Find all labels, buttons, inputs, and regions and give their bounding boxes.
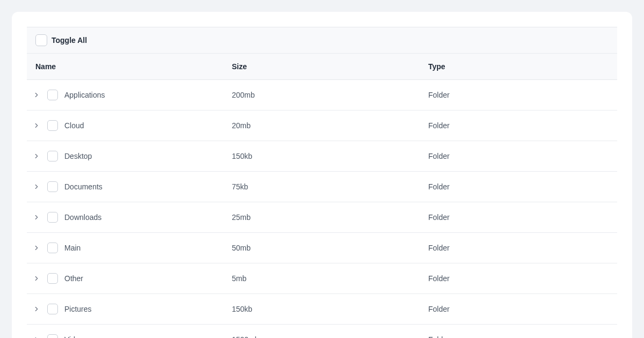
row-type: Folder (428, 244, 609, 252)
row-type: Folder (428, 335, 609, 338)
row-name: Pictures (64, 305, 92, 313)
chevron-right-icon[interactable] (32, 121, 41, 130)
row-name: Documents (64, 182, 103, 191)
row-size: 150kb (232, 305, 428, 313)
row-type: Folder (428, 213, 609, 222)
name-cell: Main (35, 243, 232, 253)
table-row: Main 50mb Folder (27, 233, 617, 263)
row-checkbox[interactable] (47, 273, 58, 284)
row-size: 200mb (232, 91, 428, 99)
row-checkbox[interactable] (47, 181, 58, 192)
column-header-name: Name (35, 62, 232, 71)
name-cell: Documents (35, 181, 232, 192)
table-header-row: Name Size Type (27, 54, 617, 80)
table-row: Cloud 20mb Folder (27, 111, 617, 141)
chevron-right-icon[interactable] (32, 274, 41, 283)
row-size: 75kb (232, 182, 428, 191)
toggle-all-label: Toggle All (52, 36, 87, 45)
chevron-right-icon[interactable] (32, 244, 41, 252)
name-cell: Pictures (35, 304, 232, 314)
row-type: Folder (428, 182, 609, 191)
row-name: Applications (64, 91, 105, 99)
row-checkbox[interactable] (47, 304, 58, 314)
row-type: Folder (428, 152, 609, 160)
table-row: Other 5mb Folder (27, 263, 617, 294)
toggle-all-row: Toggle All (27, 27, 617, 54)
row-name: Other (64, 274, 83, 283)
row-type: Folder (428, 274, 609, 283)
row-size: 1500mb (232, 335, 428, 338)
row-name: Videos (64, 335, 87, 338)
table-row: Applications 200mb Folder (27, 80, 617, 111)
chevron-right-icon[interactable] (32, 152, 41, 160)
row-size: 25mb (232, 213, 428, 222)
name-cell: Downloads (35, 212, 232, 223)
row-size: 5mb (232, 274, 428, 283)
row-name: Desktop (64, 152, 92, 160)
column-header-type: Type (428, 62, 609, 71)
chevron-right-icon[interactable] (32, 91, 41, 99)
row-name: Downloads (64, 213, 101, 222)
toggle-all-checkbox[interactable] (35, 34, 47, 46)
chevron-right-icon[interactable] (32, 182, 41, 191)
table-body: Applications 200mb Folder Cloud 20mb Fol… (27, 80, 617, 338)
row-type: Folder (428, 91, 609, 99)
chevron-right-icon[interactable] (32, 305, 41, 313)
row-type: Folder (428, 305, 609, 313)
name-cell: Other (35, 273, 232, 284)
chevron-right-icon[interactable] (32, 335, 41, 338)
row-checkbox[interactable] (47, 334, 58, 338)
row-checkbox[interactable] (47, 212, 58, 223)
row-type: Folder (428, 121, 609, 130)
name-cell: Desktop (35, 151, 232, 161)
name-cell: Cloud (35, 120, 232, 131)
name-cell: Applications (35, 90, 232, 100)
name-cell: Videos (35, 334, 232, 338)
column-header-size: Size (232, 62, 428, 71)
row-name: Main (64, 244, 80, 252)
row-name: Cloud (64, 121, 84, 130)
row-checkbox[interactable] (47, 151, 58, 161)
table-row: Documents 75kb Folder (27, 172, 617, 202)
file-tree-card: Toggle All Name Size Type Applications 2… (12, 12, 632, 338)
table-row: Downloads 25mb Folder (27, 202, 617, 233)
row-size: 150kb (232, 152, 428, 160)
chevron-right-icon[interactable] (32, 213, 41, 222)
table-row: Desktop 150kb Folder (27, 141, 617, 172)
row-checkbox[interactable] (47, 243, 58, 253)
row-checkbox[interactable] (47, 90, 58, 100)
table-row: Pictures 150kb Folder (27, 294, 617, 325)
table-row: Videos 1500mb Folder (27, 325, 617, 338)
row-size: 20mb (232, 121, 428, 130)
row-checkbox[interactable] (47, 120, 58, 131)
row-size: 50mb (232, 244, 428, 252)
